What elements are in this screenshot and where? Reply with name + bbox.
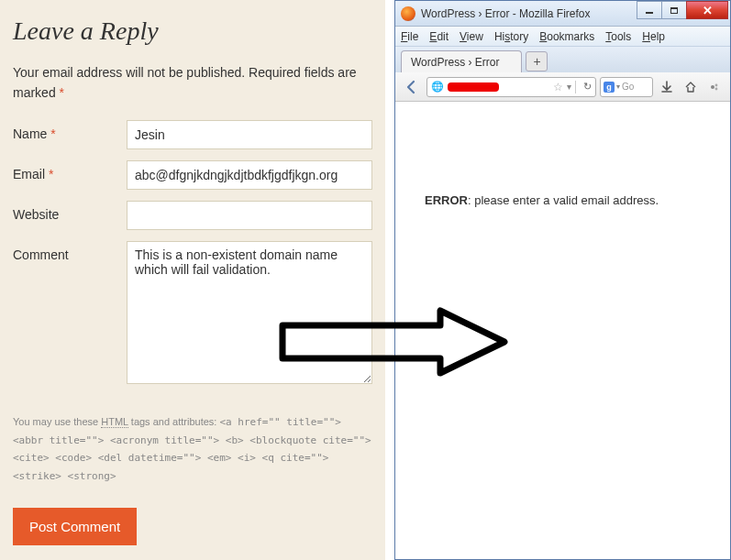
post-comment-button[interactable]: Post Comment: [13, 508, 137, 545]
allowed-tags-notice: You may use these HTML tags and attribut…: [13, 413, 372, 486]
close-button[interactable]: ✕: [686, 1, 728, 19]
tab-active[interactable]: WordPress › Error: [401, 50, 522, 72]
comment-label: Comment: [13, 241, 127, 262]
svg-point-1: [715, 83, 718, 86]
separator: [575, 81, 576, 93]
firefox-icon: [401, 6, 415, 21]
bookmark-star-icon[interactable]: ☆: [553, 81, 563, 93]
comment-form-panel: Leave a Reply Your email address will no…: [0, 0, 385, 560]
downloads-icon[interactable]: [657, 77, 677, 97]
google-icon: g: [604, 82, 615, 93]
error-text: ERROR: please enter a valid email addres…: [425, 193, 712, 207]
name-row: Name *: [13, 120, 372, 149]
search-bar[interactable]: g ▾ Go: [600, 77, 653, 97]
html-abbr: HTML: [101, 416, 128, 428]
search-placeholder: Go: [622, 82, 634, 92]
menu-view[interactable]: View: [460, 30, 483, 43]
svg-point-2: [715, 87, 718, 90]
new-tab-button[interactable]: +: [526, 51, 548, 71]
window-controls: ✕: [637, 1, 728, 19]
browser-window: WordPress › Error - Mozilla Firefox ✕ Fi…: [394, 0, 731, 560]
tabbar: WordPress › Error +: [395, 47, 730, 72]
addon-icon[interactable]: [704, 77, 725, 97]
minimize-button[interactable]: [637, 1, 662, 19]
menubar: File Edit View History Bookmarks Tools H…: [395, 27, 730, 47]
name-label: Name *: [13, 120, 127, 141]
search-dropdown-icon[interactable]: ▾: [616, 82, 620, 91]
dropdown-icon[interactable]: ▾: [567, 82, 571, 92]
back-button[interactable]: [401, 76, 423, 98]
url-redacted: [448, 82, 499, 92]
menu-bookmarks[interactable]: Bookmarks: [539, 30, 594, 43]
menu-edit[interactable]: Edit: [429, 30, 449, 43]
titlebar[interactable]: WordPress › Error - Mozilla Firefox ✕: [395, 1, 730, 27]
reload-icon[interactable]: ↻: [583, 81, 592, 93]
menu-file[interactable]: File: [401, 30, 418, 43]
url-bar[interactable]: 🌐 ☆ ▾ ↻: [426, 77, 596, 97]
email-row: Email *: [13, 160, 372, 190]
svg-point-0: [711, 85, 714, 89]
toolbar: 🌐 ☆ ▾ ↻ g ▾ Go: [395, 72, 730, 102]
website-input[interactable]: [127, 201, 372, 230]
error-message-box: ERROR: please enter a valid email addres…: [395, 102, 730, 207]
home-icon[interactable]: [681, 77, 701, 97]
reply-heading: Leave a Reply: [13, 16, 372, 46]
arrow-annotation: [275, 307, 514, 380]
globe-icon: 🌐: [431, 81, 444, 93]
email-input[interactable]: [127, 160, 372, 190]
maximize-button[interactable]: [661, 1, 687, 19]
error-body: : please enter a valid email address.: [468, 193, 659, 207]
menu-history[interactable]: History: [494, 30, 528, 43]
name-input[interactable]: [127, 120, 372, 149]
website-row: Website: [13, 201, 372, 230]
menu-help[interactable]: Help: [642, 30, 665, 43]
email-label: Email *: [13, 160, 127, 181]
window-frame: WordPress › Error - Mozilla Firefox ✕ Fi…: [394, 0, 731, 560]
required-asterisk: *: [60, 85, 64, 100]
tab-title: WordPress › Error: [411, 56, 499, 69]
error-label: ERROR: [425, 193, 468, 207]
website-label: Website: [13, 201, 127, 222]
menu-tools[interactable]: Tools: [605, 30, 631, 43]
form-notice: Your email address will not be published…: [13, 62, 372, 104]
notice-text: Your email address will not be published…: [13, 65, 357, 100]
